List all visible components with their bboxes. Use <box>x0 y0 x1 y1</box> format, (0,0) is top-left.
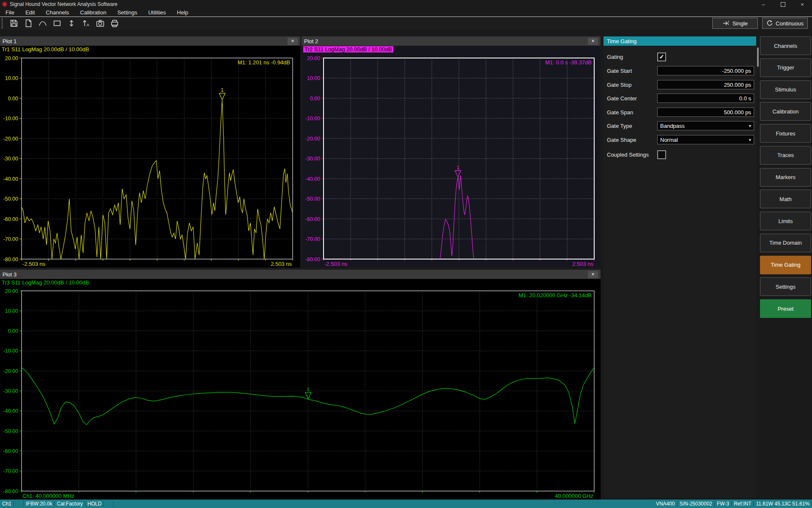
gating-checkbox[interactable]: ✓ <box>657 52 666 61</box>
svg-text:-80.00: -80.00 <box>305 257 320 262</box>
print-button[interactable] <box>108 18 121 29</box>
toolbar: A Single Continuous <box>0 17 812 30</box>
status-segment: IFBW:20.0k <box>24 501 54 507</box>
plot2-trace-label[interactable]: Tr2 S11 LogMag 20.00dB / 10.00dB <box>302 46 601 53</box>
coupled-settings-checkbox[interactable] <box>657 150 666 159</box>
plot1-trace-label[interactable]: Tr1 S11 LogMag 20.00dB / 10.00dB <box>0 46 300 53</box>
sidebar-button-math[interactable]: Math <box>760 190 811 208</box>
time-gating-panel: Time Gating Gating✓Gate Start-250.000 ps… <box>604 36 756 498</box>
selected-value: Normal <box>660 137 678 143</box>
tg-row-gate-span: Gate Span500.000 ps <box>604 107 756 117</box>
plot3-title: Plot 3 <box>3 271 16 278</box>
svg-text:10.00: 10.00 <box>5 308 18 314</box>
time-gating-panel-title: Time Gating <box>607 38 636 44</box>
svg-text:-70.00: -70.00 <box>3 236 18 242</box>
svg-text:M1: 1.201 ns -0.94dB: M1: 1.201 ns -0.94dB <box>238 59 290 66</box>
plot1-panel: Plot 1 × Tr1 S11 LogMag 20.00dB / 10.00d… <box>0 36 300 268</box>
plot2-panel: Plot 2 × Tr2 S11 LogMag 20.00dB / 10.00d… <box>302 36 601 268</box>
gate-type-select[interactable]: Bandpass▾ <box>657 121 754 130</box>
chevron-down-icon: ▾ <box>749 123 751 129</box>
tg-label: Gate Stop <box>607 82 632 88</box>
sidebar-button-time-gating[interactable]: Time Gating <box>760 256 811 274</box>
tg-row-gating: Gating✓ <box>604 52 756 62</box>
svg-text:A: A <box>87 23 90 27</box>
status-right: VNA400S/N-25030002FW-3Ref:INT11.61W 45.1… <box>654 501 812 507</box>
svg-text:1: 1 <box>307 387 310 392</box>
svg-text:10.00: 10.00 <box>307 75 320 81</box>
svg-text:M1: 0.0 s -39.37dB: M1: 0.0 s -39.37dB <box>545 59 592 66</box>
plot3-close-button[interactable]: × <box>588 271 598 278</box>
plot3-header[interactable]: Plot 3 × <box>0 270 601 279</box>
svg-text:20.00: 20.00 <box>5 55 18 61</box>
svg-text:-40.00: -40.00 <box>305 176 320 182</box>
svg-text:-30.00: -30.00 <box>3 156 18 162</box>
camera-button[interactable] <box>94 18 107 29</box>
sidebar-button-settings[interactable]: Settings <box>760 277 811 296</box>
sidebar-button-channels[interactable]: Channels <box>760 36 811 55</box>
sidebar-button-fixtures[interactable]: Fixtures <box>760 124 811 143</box>
autoscale-all-button[interactable]: A <box>80 18 92 29</box>
svg-text:20.00: 20.00 <box>307 55 320 61</box>
svg-text:-20.00: -20.00 <box>3 136 18 142</box>
panel-scrollbar[interactable] <box>757 47 759 67</box>
plot1-title: Plot 1 <box>3 38 16 44</box>
sine-icon <box>38 19 47 28</box>
plot2-canvas[interactable]: 20.0010.000.00-10.00-20.00-30.00-40.00-5… <box>302 36 601 268</box>
sidebar-button-preset[interactable]: Preset <box>760 299 811 318</box>
menu-bar: FileEditChannelsCalibrationSettingsUtili… <box>0 8 812 17</box>
svg-text:0.00: 0.00 <box>8 96 18 102</box>
tg-row-gate-start: Gate Start-250.000 ps <box>604 66 756 76</box>
autoscale-button[interactable] <box>65 18 78 29</box>
menu-item-edit[interactable]: Edit <box>20 8 40 17</box>
plot1-canvas[interactable]: 20.0010.000.00-10.00-20.00-30.00-40.00-5… <box>0 36 300 268</box>
gate-shape-select[interactable]: Normal▾ <box>657 135 754 144</box>
file-export-button[interactable] <box>22 18 35 29</box>
plot2-title: Plot 2 <box>304 38 318 44</box>
svg-text:-80.00: -80.00 <box>3 257 18 262</box>
save-button[interactable] <box>8 18 20 29</box>
sidebar-button-calibration[interactable]: Calibration <box>760 102 811 121</box>
sidebar-button-traces[interactable]: Traces <box>760 146 811 165</box>
menu-item-calibration[interactable]: Calibration <box>74 8 112 17</box>
sidebar-button-stimulus[interactable]: Stimulus <box>760 80 811 99</box>
status-segment: VNA400 <box>654 501 677 507</box>
menu-item-file[interactable]: File <box>0 8 20 17</box>
plot3-trace-label[interactable]: Tr3 S11 LogMag 20.00dB / 10.00dB <box>0 279 601 286</box>
camera-icon <box>96 19 105 28</box>
plot2-close-button[interactable]: × <box>588 38 598 45</box>
sidebar-button-trigger[interactable]: Trigger <box>760 58 811 77</box>
menu-item-settings[interactable]: Settings <box>112 8 143 17</box>
gate-start-input[interactable]: -250.000 ps <box>657 66 754 75</box>
svg-text:-70.00: -70.00 <box>3 468 18 474</box>
plot3-canvas[interactable]: 20.0010.000.00-10.00-20.00-30.00-40.00-5… <box>0 270 601 500</box>
tg-row-gate-shape: Gate ShapeNormal▾ <box>604 135 756 145</box>
menu-item-utilities[interactable]: Utilities <box>143 8 171 17</box>
plot1-close-button[interactable]: × <box>288 38 298 45</box>
plot1-header[interactable]: Plot 1 × <box>0 36 300 46</box>
status-bar: Ch1IFBW:20.0kCal:FactoryHOLD VNA400S/N-2… <box>0 500 812 508</box>
toolbar-drag-handle[interactable] <box>2 18 4 28</box>
plot2-trace-label-text: Tr2 S11 LogMag 20.00dB / 10.00dB <box>303 46 393 52</box>
autoscale-icon <box>67 19 76 28</box>
sidebar-button-limits[interactable]: Limits <box>760 212 811 230</box>
svg-text:2.503 ns: 2.503 ns <box>271 261 292 267</box>
svg-text:1: 1 <box>456 165 459 171</box>
svg-text:Ch1: 40.000000 MHz: Ch1: 40.000000 MHz <box>22 493 74 499</box>
menu-item-channels[interactable]: Channels <box>40 8 74 17</box>
menu-item-help[interactable]: Help <box>171 8 194 17</box>
gate-span-input[interactable]: 500.000 ps <box>657 108 754 117</box>
tg-row-coupled-settings: Coupled Settings <box>604 149 756 160</box>
save-icon <box>9 19 19 28</box>
single-button[interactable]: Single <box>712 18 758 29</box>
sidebar-button-time-domain[interactable]: Time Domain <box>760 234 811 252</box>
plot2-header[interactable]: Plot 2 × <box>302 36 601 46</box>
tg-label: Gate Start <box>607 68 632 74</box>
status-divider <box>14 501 14 507</box>
sidebar-button-markers[interactable]: Markers <box>760 168 811 187</box>
svg-text:M1: 20.020000 GHz -34.14dB: M1: 20.020000 GHz -34.14dB <box>518 292 592 298</box>
sine-button[interactable] <box>36 18 49 29</box>
rect-button[interactable] <box>51 18 63 29</box>
status-left: Ch1IFBW:20.0kCal:FactoryHOLD <box>0 501 114 507</box>
gate-stop-input[interactable]: 250.000 ps <box>657 80 754 89</box>
gate-center-input[interactable]: 0.0 s <box>657 94 754 103</box>
